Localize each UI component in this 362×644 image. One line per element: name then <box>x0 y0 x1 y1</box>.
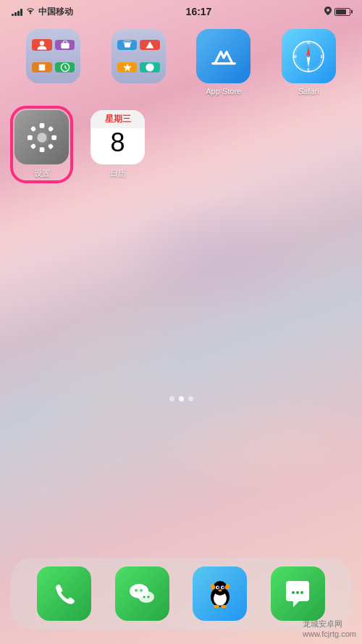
svg-point-29 <box>143 595 146 598</box>
time-display: 16:17 <box>186 6 212 17</box>
page-dots <box>14 396 348 401</box>
svg-text:N: N <box>307 41 310 45</box>
folder1-icon[interactable] <box>26 29 80 83</box>
mini-icon-7 <box>117 62 138 72</box>
mini-icon-8 <box>140 62 160 72</box>
svg-point-26 <box>138 591 154 603</box>
gap <box>76 110 83 179</box>
svg-rect-15 <box>39 123 44 128</box>
mini-icon-3 <box>32 62 52 72</box>
wechat-svg-icon <box>125 577 159 611</box>
svg-point-33 <box>213 581 227 595</box>
svg-rect-18 <box>51 135 56 140</box>
svg-point-27 <box>135 589 138 592</box>
svg-point-0 <box>30 13 31 14</box>
folder2-wrapper[interactable] <box>100 29 178 96</box>
svg-rect-21 <box>30 143 35 149</box>
qq-wrapper[interactable] <box>193 566 247 621</box>
svg-rect-17 <box>28 135 33 140</box>
app-grid-row1: App Store N S W E Safari <box>14 29 348 96</box>
svg-text:W: W <box>294 54 298 58</box>
dock <box>11 558 351 630</box>
status-bar: 中国移动 16:17 <box>0 0 362 22</box>
safari-wrapper[interactable]: N S W E Safari <box>270 29 348 96</box>
svg-marker-8 <box>307 46 311 57</box>
calendar-weekday: 星期三 <box>90 110 145 128</box>
safari-icon-el[interactable]: N S W E <box>282 29 336 83</box>
page-dot-1 <box>169 396 174 401</box>
svg-point-4 <box>146 64 153 72</box>
svg-point-38 <box>218 589 222 591</box>
settings-icon-el[interactable] <box>14 110 69 164</box>
messages-wrapper[interactable] <box>271 566 325 621</box>
mini-icon-1 <box>32 39 52 51</box>
wifi-indicator <box>25 7 35 17</box>
signal-icon <box>12 8 22 16</box>
location-icon <box>324 7 332 17</box>
battery-icon <box>334 8 350 16</box>
gear-icon <box>24 120 60 156</box>
svg-point-36 <box>216 586 219 588</box>
appstore-logo <box>206 39 241 74</box>
carrier-info: 中国移动 <box>12 6 73 18</box>
svg-point-42 <box>221 605 227 608</box>
phone-wrapper[interactable] <box>37 566 91 621</box>
svg-point-30 <box>148 595 150 598</box>
page-dot-3 <box>188 396 193 401</box>
carrier-text: 中国移动 <box>38 6 73 18</box>
phone-icon-el[interactable] <box>37 566 91 621</box>
svg-point-1 <box>40 41 44 45</box>
mini-icon-2 <box>55 40 75 50</box>
phone-svg-icon <box>50 580 79 609</box>
svg-point-41 <box>214 605 219 608</box>
appstore-label: App Store <box>206 87 241 96</box>
watermark: 龙城安卓网 www.fcjrtg.com <box>303 619 356 638</box>
calendar-wrapper[interactable]: 星期三 8 日历 <box>90 110 145 179</box>
settings-highlight-wrapper: 设置 <box>14 110 69 179</box>
page-dot-2 <box>179 396 184 401</box>
wechat-wrapper[interactable] <box>115 566 169 621</box>
safari-compass-icon: N S W E <box>290 38 327 75</box>
folder2-icon[interactable] <box>111 29 166 83</box>
svg-point-37 <box>222 586 224 588</box>
svg-marker-9 <box>307 57 311 67</box>
svg-point-24 <box>37 133 46 142</box>
watermark-text: 龙城安卓网 <box>303 619 342 628</box>
home-screen: App Store N S W E Safari <box>0 22 362 419</box>
qq-svg-icon <box>204 578 236 610</box>
watermark-url: www.fcjrtg.com <box>303 630 356 638</box>
settings-wrapper[interactable]: 设置 <box>14 110 69 179</box>
messages-icon-el[interactable] <box>271 566 325 621</box>
safari-label: Safari <box>298 87 319 96</box>
messages-svg-icon <box>282 578 313 610</box>
folder1-wrapper[interactable] <box>14 29 93 96</box>
mini-icon-6 <box>140 40 160 50</box>
svg-point-45 <box>300 591 303 594</box>
app-grid-row2: 设置 星期三 8 日历 <box>14 110 348 179</box>
calendar-day-number: 8 <box>110 128 125 157</box>
mini-icon-5 <box>117 40 138 50</box>
svg-point-44 <box>296 591 299 594</box>
svg-point-28 <box>140 589 143 592</box>
settings-label: 设置 <box>34 168 50 179</box>
qq-icon-el[interactable] <box>193 566 247 621</box>
appstore-wrapper[interactable]: App Store <box>185 29 263 96</box>
svg-point-43 <box>292 591 295 594</box>
appstore-icon[interactable] <box>196 29 251 83</box>
wechat-icon-el[interactable] <box>115 566 169 621</box>
system-icons <box>324 7 350 17</box>
svg-rect-16 <box>39 147 44 152</box>
svg-rect-2 <box>61 43 69 49</box>
svg-rect-20 <box>47 125 53 131</box>
calendar-label: 日历 <box>110 168 126 179</box>
calendar-icon-el[interactable]: 星期三 8 <box>90 110 145 164</box>
mini-icon-4 <box>55 62 75 72</box>
